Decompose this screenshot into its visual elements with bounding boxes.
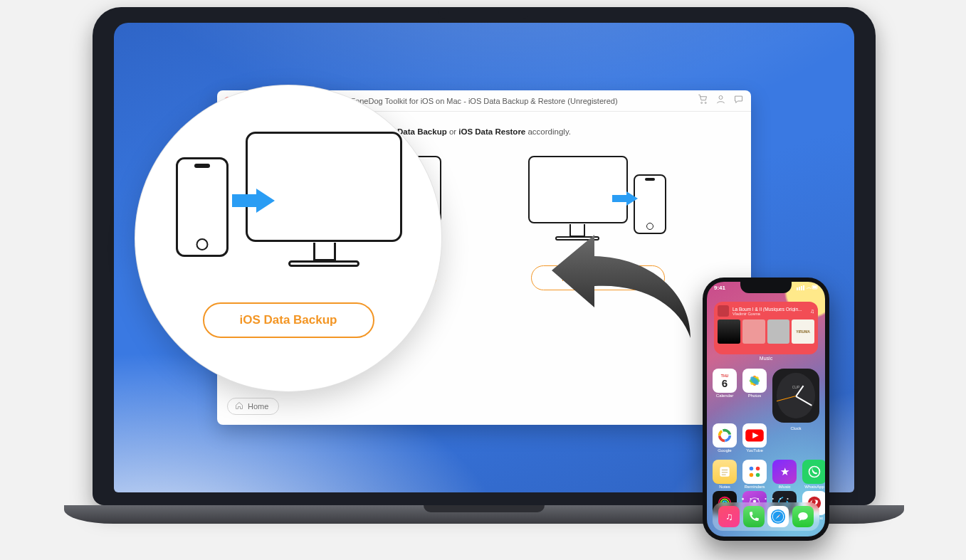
dock-safari-icon[interactable] bbox=[767, 506, 789, 527]
user-icon[interactable] bbox=[715, 94, 726, 107]
svg-point-24 bbox=[750, 473, 754, 477]
svg-rect-8 bbox=[813, 286, 817, 288]
zoom-backup-illustration bbox=[174, 132, 402, 274]
svg-point-0 bbox=[701, 102, 703, 104]
album-art-icon bbox=[718, 305, 729, 317]
dock-messages-icon[interactable] bbox=[792, 506, 814, 527]
music-artist: Vladimir Cosma bbox=[733, 312, 807, 316]
arrow-right-icon bbox=[230, 189, 277, 213]
svg-point-1 bbox=[705, 102, 706, 104]
app-label: Photos bbox=[742, 393, 767, 398]
svg-rect-4 bbox=[799, 287, 800, 290]
svg-rect-6 bbox=[803, 285, 804, 290]
album-cover[interactable]: YIRUMA bbox=[792, 319, 814, 344]
album-cover[interactable] bbox=[767, 319, 790, 344]
svg-point-25 bbox=[756, 473, 760, 477]
iphone-frame: 9:41 La Boum I & II (Musiques Origin... … bbox=[703, 278, 829, 541]
home-label: Home bbox=[248, 402, 268, 411]
status-indicators bbox=[797, 285, 818, 292]
pointer-arrow-icon bbox=[545, 228, 694, 342]
svg-rect-3 bbox=[797, 287, 798, 290]
app-label: iMusic bbox=[772, 485, 797, 489]
arrow-right-icon bbox=[611, 191, 639, 206]
status-time: 9:41 bbox=[714, 285, 725, 292]
zoom-lens: iOS Data Backup bbox=[135, 85, 441, 391]
dock-phone-icon[interactable] bbox=[743, 506, 765, 527]
dock: ♫ bbox=[713, 502, 819, 531]
clock-widget[interactable]: CUP Clock bbox=[772, 369, 819, 423]
photos-app-icon[interactable] bbox=[742, 369, 767, 393]
app-label: YouTube bbox=[742, 448, 767, 453]
album-cover[interactable] bbox=[742, 319, 765, 344]
iphone-screen: 9:41 La Boum I & II (Musiques Origin... … bbox=[707, 282, 825, 537]
notes-app-icon[interactable] bbox=[713, 460, 737, 484]
zoom-backup-button[interactable]: iOS Data Backup bbox=[203, 302, 374, 338]
imusic-app-icon[interactable]: ★ bbox=[772, 460, 797, 484]
svg-rect-18 bbox=[720, 467, 729, 476]
google-app-icon[interactable] bbox=[713, 423, 737, 448]
svg-point-2 bbox=[719, 96, 723, 100]
music-widget[interactable]: La Boum I & II (Musiques Origin... Vladi… bbox=[714, 302, 818, 354]
cart-icon[interactable] bbox=[698, 94, 708, 107]
svg-rect-5 bbox=[801, 286, 802, 290]
page-dots[interactable]: ● • • • • • • bbox=[707, 496, 825, 501]
app-label: Reminders bbox=[742, 485, 767, 489]
feedback-icon[interactable] bbox=[733, 94, 744, 107]
reminders-app-icon[interactable] bbox=[742, 460, 767, 484]
calendar-app-icon[interactable]: THU 6 bbox=[713, 369, 737, 393]
music-track-title: La Boum I & II (Musiques Origin... bbox=[733, 307, 807, 312]
home-button[interactable]: Home bbox=[227, 398, 279, 415]
app-label: WhatsApp bbox=[802, 485, 825, 489]
svg-point-22 bbox=[750, 467, 754, 471]
dock-music-icon[interactable]: ♫ bbox=[718, 506, 740, 527]
music-note-icon: ♫ bbox=[810, 308, 814, 315]
laptop-notch bbox=[438, 7, 530, 19]
whatsapp-app-icon[interactable] bbox=[802, 460, 825, 484]
status-bar: 9:41 bbox=[707, 285, 825, 292]
home-icon bbox=[235, 401, 243, 411]
app-label: Google bbox=[713, 448, 737, 453]
album-cover[interactable] bbox=[718, 319, 740, 344]
app-label: Clock bbox=[772, 426, 819, 430]
app-label: Notes bbox=[713, 485, 737, 489]
youtube-app-icon[interactable] bbox=[742, 423, 767, 448]
app-label: Calendar bbox=[713, 393, 737, 398]
svg-point-23 bbox=[756, 467, 760, 471]
